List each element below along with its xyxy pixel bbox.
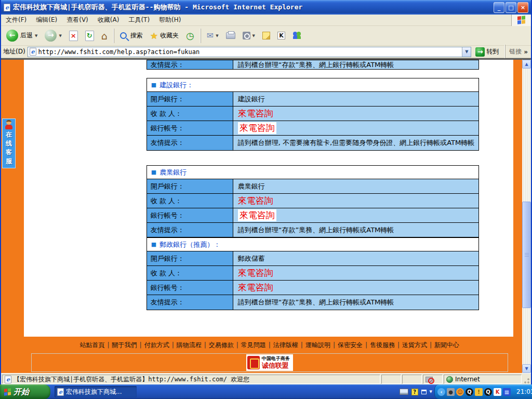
history-button[interactable]: ◷ xyxy=(183,28,197,44)
row-value-text: 請到櫃台辦理“存款”業務、網上銀行轉帳或ATM轉帳 xyxy=(238,60,394,70)
forward-dropdown-icon[interactable]: ▼ xyxy=(59,34,61,38)
edit-button[interactable]: ▼ xyxy=(240,28,258,44)
home-button[interactable]: ⌂ xyxy=(98,28,111,44)
scrollbar-thumb[interactable] xyxy=(522,202,531,308)
window-title: 宏伟科技旗下商城|手机窃听器、手机监听器--购物帮助 - Microsoft I… xyxy=(13,3,491,12)
print-button[interactable] xyxy=(223,28,238,44)
kaspersky-button[interactable]: K xyxy=(274,28,288,44)
url-text[interactable]: http://www.fshit.com/help.asp?action=fuk… xyxy=(38,48,460,56)
online-service-char: 线 xyxy=(6,139,12,148)
restore-button[interactable]: □ xyxy=(506,2,516,13)
page-left-margin: 在线客服 xyxy=(1,60,24,373)
kaspersky-icon: K xyxy=(277,32,285,39)
resize-grip[interactable] xyxy=(523,376,530,384)
row-value-text: 請到櫃台辦理“存款”業務、網上銀行轉帳或ATM轉帳 xyxy=(238,298,394,307)
footer-link[interactable]: 售後服務 xyxy=(370,341,395,349)
favorites-button[interactable]: ★ 收藏夹 xyxy=(147,28,182,44)
tray-kaspersky-icon[interactable]: K xyxy=(494,388,501,396)
scroll-down-button[interactable]: ▼ xyxy=(522,364,531,373)
tray-agent-icon[interactable]: ☺ xyxy=(456,388,464,396)
footer-link[interactable]: 購物流程 xyxy=(177,341,202,349)
alliance-logo-box: 中国电子商务 诚信联盟 xyxy=(31,353,508,372)
search-icon xyxy=(120,32,127,39)
footer-link[interactable]: 法律版權 xyxy=(273,341,298,349)
footer-link[interactable]: 站點首頁 xyxy=(80,341,105,349)
refresh-button[interactable]: ↻ xyxy=(82,28,97,44)
menu-item[interactable]: 查看(V) xyxy=(62,14,93,26)
close-button[interactable]: × xyxy=(517,2,528,13)
table-header: ■農業銀行 xyxy=(147,166,478,179)
popup-blocked-pane[interactable] xyxy=(423,375,443,384)
menu-item[interactable]: 编辑(E) xyxy=(31,14,62,26)
tray-collapse-icon[interactable]: ‹ xyxy=(437,388,445,396)
search-button[interactable]: 搜索 xyxy=(117,28,146,44)
table-row: 友情提示：請到櫃台辦理, 不需要擁有龍卡,但需要随身帶身份證、網上銀行轉帳或AT… xyxy=(147,136,478,150)
online-service-char: 客 xyxy=(6,148,12,157)
footer-link[interactable]: 常見問題 xyxy=(241,341,266,349)
stop-icon: × xyxy=(69,31,78,41)
mail-dropdown-icon[interactable]: ▼ xyxy=(216,34,218,38)
footer-link[interactable]: 運輸説明 xyxy=(305,341,330,349)
footer-link[interactable]: 交易條款 xyxy=(209,341,234,349)
menu-item[interactable]: 文件(F) xyxy=(1,14,31,26)
footer-link[interactable]: 付款方式 xyxy=(144,341,169,349)
mail-button[interactable]: ✉ ▼ xyxy=(204,28,222,44)
tray-security-shield-icon[interactable]: ! xyxy=(475,388,483,396)
tray-qq2-icon[interactable]: Q xyxy=(484,388,492,396)
minimize-button[interactable]: _ xyxy=(494,2,504,13)
stop-button[interactable]: × xyxy=(66,28,81,44)
scroll-up-button[interactable]: ▲ xyxy=(522,60,531,69)
row-value-text: 來電咨詢 xyxy=(238,108,273,119)
footer-link[interactable]: 送貨方式 xyxy=(402,341,427,349)
links-overflow-icon[interactable]: » xyxy=(524,48,528,56)
keyboard-icon[interactable] xyxy=(400,389,408,395)
row-value: 請到櫃台辦理“存款”業務、網上銀行轉帳或ATM轉帳 xyxy=(233,223,478,237)
menu-item[interactable]: 帮助(H) xyxy=(154,14,185,26)
task-button-active[interactable]: e 宏伟科技旗下商城... xyxy=(55,386,137,397)
address-input[interactable]: e http://www.fshit.com/help.asp?action=f… xyxy=(28,47,472,57)
table-header-label: 農業銀行 xyxy=(159,168,187,177)
links-toolbar[interactable]: 链接 » xyxy=(509,47,529,56)
address-dropdown-button[interactable]: ▼ xyxy=(462,47,471,57)
go-label: 转到 xyxy=(486,47,499,56)
row-label: 收 款 人： xyxy=(147,194,233,208)
toolbar-separator xyxy=(200,29,201,43)
go-button[interactable]: → 转到 xyxy=(473,47,501,57)
footer-link[interactable]: 關于我們 xyxy=(112,341,137,349)
bank-table: ■農業銀行開戶銀行：農業銀行收 款 人：來電咨詢銀行帳号：來電咨詢友情提示：請到… xyxy=(147,165,479,237)
start-button[interactable]: 开始 xyxy=(0,384,50,399)
menu-item[interactable]: 工具(T) xyxy=(124,14,154,26)
ie-letter: e xyxy=(6,377,10,382)
back-dropdown-icon[interactable]: ▼ xyxy=(35,34,37,38)
forward-button[interactable]: → ▼ xyxy=(42,28,64,44)
footer-link[interactable]: 保密安全 xyxy=(338,341,363,349)
address-bar: 地址(D) e http://www.fshit.com/help.asp?ac… xyxy=(1,46,531,58)
menu-item[interactable]: 收藏(A) xyxy=(93,14,124,26)
language-options-icon[interactable]: ▼ xyxy=(430,390,432,394)
edit-dropdown-icon[interactable]: ▼ xyxy=(252,34,255,38)
tray-qq-icon[interactable]: Q xyxy=(466,388,473,396)
table-row: 友情提示：請到櫃台辦理“存款”業務、網上銀行轉帳或ATM轉帳 xyxy=(147,223,478,237)
language-restore-icon[interactable] xyxy=(421,390,427,394)
discuss-button[interactable] xyxy=(259,28,273,44)
table-row: 友情提示：請到櫃台辦理“存款”業務、網上銀行轉帳或ATM轉帳 xyxy=(147,60,478,70)
security-zone-pane: Internet xyxy=(444,375,522,384)
tray-camera-icon[interactable]: ● xyxy=(447,388,455,396)
ie-letter: e xyxy=(59,389,62,395)
row-label: 友情提示： xyxy=(147,223,233,237)
online-service-badge[interactable]: 在线客服 xyxy=(2,118,16,168)
language-bar[interactable]: ? ▼ xyxy=(400,389,432,395)
footer-link[interactable]: 新聞中心 xyxy=(434,341,459,349)
language-help-icon[interactable]: ? xyxy=(411,389,418,395)
table-row: 收 款 人：來電咨詢 xyxy=(147,266,478,281)
forward-icon: → xyxy=(45,30,57,42)
messenger-button[interactable] xyxy=(289,28,305,44)
bullet-icon: ■ xyxy=(151,82,156,88)
vertical-scrollbar[interactable]: ▲ ▼ xyxy=(522,60,531,373)
row-value: 來電咨詢 xyxy=(233,121,478,135)
tray-icons: ‹●☺Q!QK▦ xyxy=(437,388,511,396)
back-button[interactable]: ← 后退 ▼ xyxy=(3,28,41,44)
tray-display-icon[interactable]: ▦ xyxy=(503,388,511,396)
row-value: 請到櫃台辦理“存款”業務、網上銀行轉帳或ATM轉帳 xyxy=(233,295,478,310)
alliance-logo[interactable]: 中国电子商务 诚信联盟 xyxy=(246,354,293,371)
